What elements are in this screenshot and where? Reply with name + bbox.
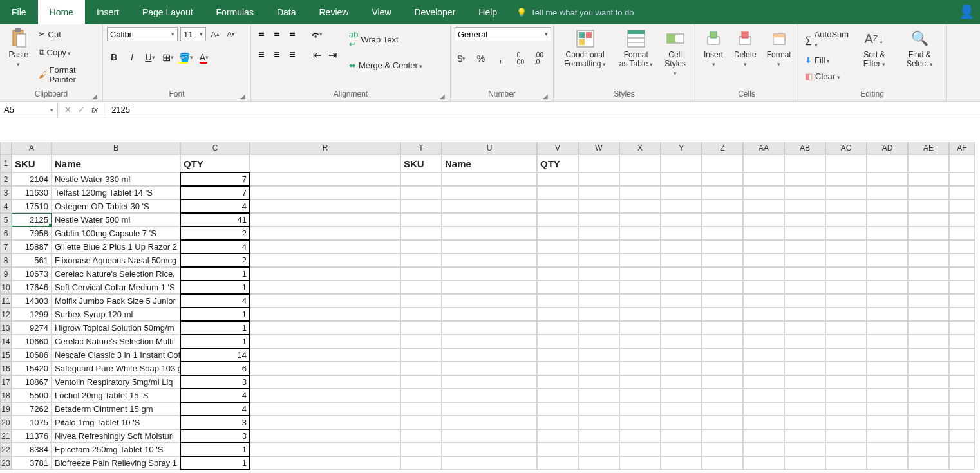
- cell[interactable]: [908, 389, 949, 402]
- cell[interactable]: [619, 240, 661, 254]
- cell[interactable]: [867, 443, 908, 456]
- cell[interactable]: [250, 254, 400, 267]
- col-header[interactable]: X: [619, 142, 661, 154]
- merge-center-button[interactable]: ⬌Merge & Center: [346, 59, 425, 71]
- cell[interactable]: [578, 335, 619, 348]
- cell[interactable]: [442, 308, 537, 321]
- format-painter-button[interactable]: 🖌Format Painter: [36, 64, 99, 86]
- cell[interactable]: [784, 362, 825, 375]
- cell[interactable]: [537, 240, 578, 254]
- name-box[interactable]: A5▾: [0, 102, 58, 118]
- cell[interactable]: [949, 362, 975, 375]
- cell[interactable]: [908, 456, 949, 470]
- align-bottom-icon[interactable]: ≡: [286, 28, 299, 40]
- row-header[interactable]: 8: [0, 254, 12, 267]
- fx-icon[interactable]: fx: [91, 105, 98, 115]
- autosum-button[interactable]: ∑AutoSum: [802, 28, 851, 50]
- launcher-icon[interactable]: ◢: [92, 93, 97, 100]
- cell[interactable]: [250, 213, 400, 227]
- row-header[interactable]: 3: [0, 186, 12, 199]
- cell[interactable]: [578, 375, 619, 389]
- cell[interactable]: 15887: [12, 240, 52, 254]
- cell[interactable]: [578, 227, 619, 240]
- cell[interactable]: [867, 335, 908, 348]
- cell[interactable]: [949, 348, 975, 362]
- cell[interactable]: [702, 254, 743, 267]
- header-cell[interactable]: QTY: [537, 154, 578, 172]
- cell[interactable]: [442, 321, 537, 335]
- cell[interactable]: [825, 199, 867, 213]
- cell[interactable]: [784, 281, 825, 294]
- header-cell[interactable]: [702, 154, 743, 172]
- cell[interactable]: [825, 416, 867, 429]
- launcher-icon[interactable]: ◢: [240, 93, 245, 100]
- tab-formulas[interactable]: Formulas: [205, 0, 265, 24]
- cell[interactable]: 7: [180, 186, 250, 199]
- cell[interactable]: [702, 227, 743, 240]
- cell[interactable]: [949, 416, 975, 429]
- header-cell[interactable]: Name: [442, 154, 537, 172]
- cell[interactable]: [908, 240, 949, 254]
- cell[interactable]: [743, 254, 784, 267]
- cell[interactable]: [743, 402, 784, 416]
- cell[interactable]: [661, 389, 702, 402]
- cell[interactable]: 561: [12, 254, 52, 267]
- cell[interactable]: [578, 199, 619, 213]
- cell[interactable]: [702, 389, 743, 402]
- cell[interactable]: [578, 281, 619, 294]
- font-name-select[interactable]: Calibri▾: [107, 27, 178, 41]
- cell[interactable]: 4: [180, 389, 250, 402]
- cell[interactable]: [400, 240, 442, 254]
- cell[interactable]: [619, 402, 661, 416]
- cell[interactable]: [743, 429, 784, 443]
- cell[interactable]: [867, 254, 908, 267]
- cell[interactable]: [784, 294, 825, 308]
- cell[interactable]: [578, 429, 619, 443]
- cell[interactable]: [442, 335, 537, 348]
- cut-button[interactable]: ✂Cut: [36, 28, 99, 41]
- cell[interactable]: [743, 172, 784, 186]
- cell[interactable]: [537, 348, 578, 362]
- cell[interactable]: [442, 199, 537, 213]
- cell[interactable]: [250, 375, 400, 389]
- cell[interactable]: 9274: [12, 321, 52, 335]
- col-header[interactable]: Z: [702, 142, 743, 154]
- cell[interactable]: [400, 335, 442, 348]
- cell[interactable]: Cerelac Nature's Selection Multi: [52, 335, 180, 348]
- cell[interactable]: [908, 321, 949, 335]
- cell[interactable]: [661, 267, 702, 281]
- cell[interactable]: [825, 308, 867, 321]
- delete-cells-button[interactable]: Delete: [730, 27, 760, 70]
- cell[interactable]: [661, 362, 702, 375]
- cell[interactable]: [702, 240, 743, 254]
- cell[interactable]: 15420: [12, 362, 52, 375]
- cell[interactable]: [400, 281, 442, 294]
- italic-button[interactable]: I: [125, 50, 139, 64]
- cell[interactable]: [250, 308, 400, 321]
- cell[interactable]: [578, 416, 619, 429]
- font-size-select[interactable]: 11▾: [180, 27, 206, 41]
- cell[interactable]: Surbex Syrup 120 ml: [52, 308, 180, 321]
- cell[interactable]: [949, 429, 975, 443]
- decrease-indent-icon[interactable]: ⇤: [310, 49, 323, 60]
- insert-cells-button[interactable]: Insert: [699, 27, 728, 70]
- cell[interactable]: [908, 294, 949, 308]
- cell[interactable]: [743, 281, 784, 294]
- cell[interactable]: [702, 186, 743, 199]
- cell[interactable]: [743, 213, 784, 227]
- cell[interactable]: [908, 308, 949, 321]
- cell[interactable]: [578, 362, 619, 375]
- cell[interactable]: [908, 348, 949, 362]
- cell[interactable]: [442, 267, 537, 281]
- cell[interactable]: [250, 199, 400, 213]
- cell[interactable]: [400, 321, 442, 335]
- row-header[interactable]: 5: [0, 213, 12, 227]
- header-cell[interactable]: [743, 154, 784, 172]
- cell[interactable]: [908, 213, 949, 227]
- cell[interactable]: [619, 456, 661, 470]
- underline-button[interactable]: U: [143, 50, 157, 64]
- cell[interactable]: [908, 416, 949, 429]
- header-cell[interactable]: [661, 154, 702, 172]
- cell[interactable]: [661, 348, 702, 362]
- col-header[interactable]: AC: [825, 142, 867, 154]
